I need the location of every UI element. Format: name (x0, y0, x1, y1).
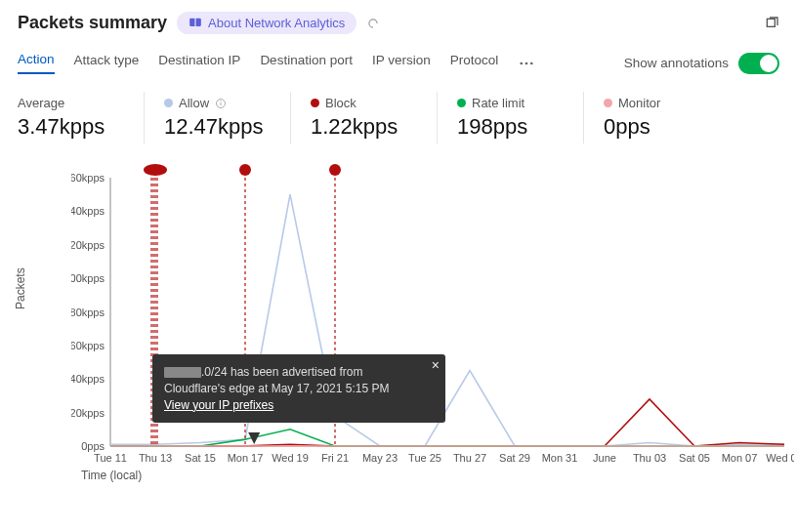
stat-monitor: Monitor 0pps (604, 92, 731, 143)
tooltip-link[interactable]: View your IP prefixes (164, 398, 273, 412)
book-icon (189, 17, 202, 30)
tab-ip-version[interactable]: IP version (372, 53, 431, 73)
svg-text:80kpps: 80kpps (71, 307, 105, 318)
about-link[interactable]: About Network Analytics (177, 12, 357, 34)
svg-text:Thu 03: Thu 03 (633, 452, 666, 464)
svg-text:Sat 05: Sat 05 (679, 452, 710, 464)
annotations-toggle[interactable] (738, 53, 779, 74)
legend-dot-monitor (604, 99, 612, 107)
legend-dot-allow (164, 99, 173, 107)
tabs: Action Attack type Destination IP Destin… (18, 52, 779, 74)
svg-point-3 (530, 61, 533, 64)
stat-label: Average (18, 96, 64, 110)
svg-text:20kpps: 20kpps (71, 407, 105, 419)
stat-value: 12.47kpps (164, 114, 271, 140)
redacted-ip (164, 367, 201, 378)
stats-row: Average 3.47kpps Allow 12.47kpps Block 1… (18, 92, 779, 143)
info-icon[interactable] (215, 98, 227, 109)
svg-text:40kpps: 40kpps (71, 373, 105, 385)
expand-icon[interactable] (764, 16, 779, 31)
stat-allow: Allow 12.47kpps (164, 92, 291, 143)
svg-rect-0 (767, 19, 775, 26)
svg-text:Mon 31: Mon 31 (542, 452, 578, 464)
stat-value: 3.47kpps (18, 114, 124, 140)
close-icon[interactable]: × (432, 358, 440, 372)
tab-attack-type[interactable]: Attack type (74, 53, 140, 73)
legend-dot-rate-limit (457, 99, 466, 107)
svg-point-1 (521, 61, 524, 64)
tab-destination-ip[interactable]: Destination IP (158, 53, 240, 73)
chart-canvas: 0pps20kpps40kpps60kpps80kpps100kpps120kp… (71, 163, 794, 495)
svg-point-24 (144, 164, 167, 176)
stat-value: 1.22kpps (311, 114, 417, 140)
stat-value: 0pps (604, 114, 711, 140)
stat-label: Allow (179, 96, 209, 110)
loading-icon (366, 17, 380, 30)
svg-point-26 (329, 164, 341, 176)
svg-text:Sat 15: Sat 15 (185, 452, 216, 464)
svg-text:Time (local): Time (local) (81, 469, 142, 482)
svg-text:Tue 25: Tue 25 (408, 452, 441, 464)
svg-text:Fri 21: Fri 21 (321, 452, 349, 464)
svg-text:Thu 13: Thu 13 (139, 452, 172, 464)
annotation-tooltip: × .0/24 has been advertised from Cloudfl… (152, 354, 445, 423)
y-axis-label: Packets (14, 267, 27, 309)
svg-text:100kpps: 100kpps (71, 272, 105, 284)
legend-dot-block (311, 99, 319, 107)
svg-text:160kpps: 160kpps (71, 172, 105, 184)
stat-rate-limit: Rate limit 198pps (457, 92, 584, 143)
svg-text:June: June (593, 452, 616, 464)
chart: Packets 0pps20kpps40kpps60kpps80kpps100k… (18, 163, 779, 495)
page-title: Packets summary (18, 13, 167, 33)
svg-point-25 (239, 164, 251, 176)
svg-text:Wed 19: Wed 19 (272, 452, 309, 464)
svg-rect-5 (221, 102, 222, 105)
more-icon[interactable] (518, 55, 535, 72)
svg-rect-6 (221, 101, 222, 102)
tab-action[interactable]: Action (18, 52, 55, 74)
svg-point-2 (525, 61, 528, 64)
svg-text:140kpps: 140kpps (71, 205, 105, 217)
stat-label: Monitor (618, 96, 660, 110)
svg-text:May 23: May 23 (362, 452, 398, 464)
tab-protocol[interactable]: Protocol (450, 53, 499, 73)
svg-text:Mon 17: Mon 17 (228, 452, 264, 464)
annotations-label: Show annotations (624, 56, 729, 70)
about-link-label: About Network Analytics (208, 16, 345, 30)
stat-value: 198pps (457, 114, 564, 140)
tab-destination-port[interactable]: Destination port (260, 53, 353, 73)
stat-label: Block (325, 96, 357, 110)
svg-text:Thu 27: Thu 27 (453, 452, 486, 464)
svg-text:60kpps: 60kpps (71, 340, 105, 351)
svg-text:Mon 07: Mon 07 (722, 452, 758, 464)
svg-text:Wed 09: Wed 09 (766, 452, 794, 464)
stat-block: Block 1.22kpps (311, 92, 438, 143)
svg-text:120kpps: 120kpps (71, 239, 105, 251)
svg-text:Sat 29: Sat 29 (499, 452, 530, 464)
stat-label: Rate limit (472, 96, 524, 110)
svg-text:Tue 11: Tue 11 (94, 452, 127, 464)
stat-average: Average 3.47kpps (18, 92, 145, 143)
svg-text:0pps: 0pps (81, 440, 105, 452)
